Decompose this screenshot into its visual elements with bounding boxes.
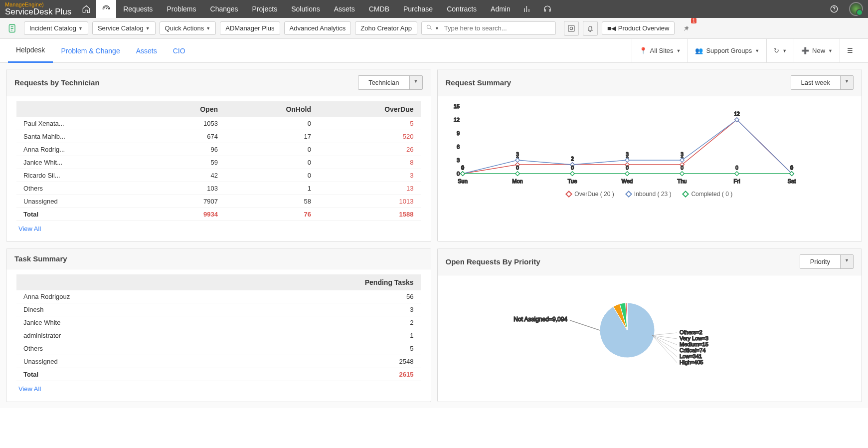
help-icon[interactable] (824, 0, 844, 18)
search-box[interactable]: ▼ (421, 21, 556, 35)
col-name (16, 101, 149, 117)
svg-text:12: 12 (453, 117, 459, 123)
diamond-icon (625, 191, 632, 198)
table-row: Santa Mahib...67417520 (16, 130, 421, 143)
menu-icon[interactable]: ☰ (840, 39, 860, 63)
top-nav: ManageEngine) ServiceDesk Plus Requests … (0, 0, 868, 18)
admanager-button[interactable]: ADManager Plus (220, 21, 280, 35)
svg-text:0: 0 (735, 165, 738, 171)
chevron-down-icon: ▼ (840, 255, 853, 268)
brand-line1: ManageEngine (5, 1, 42, 7)
tab-assets[interactable]: Assets (128, 39, 165, 63)
incident-catalog-dropdown[interactable]: Incident Catalog▼ (24, 21, 88, 35)
svg-point-2 (427, 25, 430, 28)
dashboard-icon[interactable] (96, 0, 116, 18)
refresh-dropdown[interactable]: ↻▼ (766, 39, 794, 63)
table-row: Janice White2 (16, 316, 421, 329)
nav-projects[interactable]: Projects (245, 0, 285, 18)
col-open: Open (149, 101, 225, 117)
card-title: Task Summary (14, 254, 67, 263)
svg-text:High=405: High=405 (680, 359, 703, 365)
chevron-down-icon: ▼ (146, 26, 150, 31)
col-onhold: OnHold (225, 101, 318, 117)
tab-cio[interactable]: CIO (165, 39, 193, 63)
pin-icon[interactable]: 1 (679, 21, 694, 36)
support-groups-dropdown[interactable]: 👥Support Groups▼ (688, 39, 766, 63)
svg-rect-54 (680, 172, 684, 176)
svg-text:Fri: Fri (733, 178, 740, 184)
nav-purchase[interactable]: Purchase (396, 0, 440, 18)
legend-inbound[interactable]: Inbound ( 23 ) (626, 191, 672, 198)
svg-line-62 (652, 333, 677, 335)
chevron-down-icon: ▼ (755, 48, 759, 53)
svg-line-64 (652, 335, 677, 339)
nav-contracts[interactable]: Contracts (440, 0, 484, 18)
all-sites-dropdown[interactable]: 📍All Sites▼ (632, 39, 688, 63)
svg-text:0: 0 (790, 165, 793, 171)
svg-text:0: 0 (626, 165, 629, 171)
svg-text:3: 3 (626, 152, 629, 157)
reports-icon[interactable] (518, 0, 537, 18)
table-row: Anna Rodrigouz56 (16, 290, 421, 303)
svg-line-66 (652, 335, 677, 345)
svg-text:Sun: Sun (458, 178, 468, 184)
svg-text:0: 0 (456, 171, 459, 177)
tab-helpdesk[interactable]: Helpdesk (8, 39, 53, 63)
zoho-button[interactable]: Zoho Creator App (355, 21, 417, 35)
table-row: Janice Whit...5908 (16, 156, 421, 169)
period-dropdown[interactable]: Last week▼ (791, 75, 854, 90)
headset-icon[interactable] (537, 0, 557, 18)
total-row: Total 2615 (16, 368, 421, 381)
nav-cmdb[interactable]: CMDB (362, 0, 396, 18)
legend-completed[interactable]: Completed ( 0 ) (683, 191, 732, 198)
tab-problem-change[interactable]: Problem & Change (53, 39, 128, 63)
svg-text:3: 3 (456, 157, 459, 163)
nav-assets[interactable]: Assets (327, 0, 362, 18)
technician-dropdown[interactable]: Technician▼ (358, 75, 422, 90)
pin-badge: 1 (691, 18, 697, 23)
svg-text:Medium=15: Medium=15 (680, 341, 708, 347)
request-summary-chart: 03691215SunMonTueWedThuFriSat02222120032… (448, 101, 797, 186)
table-row: Unassigned2548 (16, 355, 421, 368)
nav-solutions[interactable]: Solutions (284, 0, 327, 18)
nav-problems[interactable]: Problems (160, 0, 203, 18)
table-row: Others5 (16, 342, 421, 355)
svg-text:2: 2 (571, 156, 574, 162)
nav-admin[interactable]: Admin (484, 0, 518, 18)
group-icon: 👥 (695, 47, 703, 54)
view-all-link[interactable]: View All (16, 381, 43, 397)
new-dropdown[interactable]: ➕New▼ (794, 39, 840, 63)
col-overdue: OverDue (318, 101, 421, 117)
product-overview-button[interactable]: ■◀ Product Overview (602, 21, 675, 35)
request-summary-card: Request Summary Last week▼ 03691215SunMo… (437, 69, 863, 242)
notification-icon[interactable] (583, 21, 598, 36)
priority-dropdown[interactable]: Priority▼ (800, 254, 854, 269)
svg-text:Thu: Thu (677, 178, 687, 184)
svg-line-72 (652, 335, 677, 363)
home-icon[interactable] (76, 0, 96, 18)
svg-text:3: 3 (516, 152, 519, 157)
svg-text:Low=341: Low=341 (680, 353, 702, 359)
diamond-icon (682, 191, 689, 198)
new-request-icon[interactable] (5, 21, 20, 36)
task-summary-card: Task Summary Pending Tasks Anna Rodrigou… (6, 248, 431, 402)
svg-text:Not Assigned=9,094: Not Assigned=9,094 (514, 316, 567, 323)
svg-text:Very Low=3: Very Low=3 (680, 335, 708, 341)
svg-text:3: 3 (681, 152, 684, 157)
chevron-down-icon[interactable]: ▼ (435, 26, 439, 31)
service-catalog-dropdown[interactable]: Service Catalog▼ (92, 21, 156, 35)
view-all-link[interactable]: View All (16, 221, 43, 236)
chevron-down-icon: ▼ (78, 26, 83, 31)
user-avatar[interactable] (849, 2, 863, 16)
svg-rect-3 (568, 25, 574, 31)
search-icon (426, 24, 433, 32)
nav-requests[interactable]: Requests (116, 0, 160, 18)
legend-overdue[interactable]: OverDue ( 20 ) (566, 191, 614, 198)
quick-actions-dropdown[interactable]: Quick Actions▼ (160, 21, 216, 35)
search-input[interactable] (441, 24, 551, 32)
scanner-icon[interactable] (564, 21, 579, 36)
analytics-button[interactable]: Advanced Analytics (284, 21, 351, 35)
chevron-down-icon: ▼ (828, 48, 833, 53)
nav-changes[interactable]: Changes (203, 0, 245, 18)
open-requests-priority-card: Open Requests By Priority Priority▼ Not … (437, 248, 863, 402)
